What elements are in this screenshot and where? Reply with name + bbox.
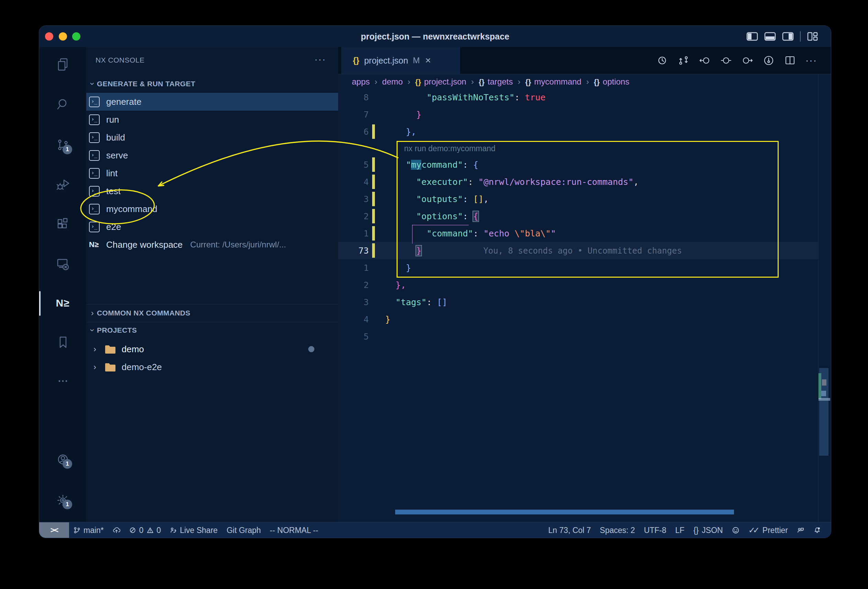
breadcrumb-item-project-json[interactable]: {}project.json xyxy=(415,77,466,87)
code-line[interactable]: 3 "tags": [] xyxy=(338,294,818,311)
code-line[interactable]: 3 "outputs": [], xyxy=(338,190,818,208)
sidebar-item-serve[interactable]: ›_serve xyxy=(86,146,338,164)
section-common-nx-commands[interactable]: › COMMON NX COMMANDS xyxy=(86,306,338,320)
remote-indicator[interactable]: >< xyxy=(39,523,69,538)
close-tab-icon[interactable]: × xyxy=(425,56,431,65)
code-line[interactable]: 5 xyxy=(338,328,818,345)
status-live-share[interactable]: Live Share xyxy=(165,523,222,538)
code-line[interactable]: 2 }, xyxy=(338,276,818,294)
status-problems[interactable]: 0 0 xyxy=(125,523,165,538)
breadcrumb-item-mycommand[interactable]: {}mycommand xyxy=(525,77,582,87)
change-icon[interactable] xyxy=(720,55,732,66)
status-branch[interactable]: main* xyxy=(69,523,108,538)
chevron-right-icon[interactable]: › xyxy=(93,362,101,372)
code-line[interactable]: nx run demo:mycommand xyxy=(338,140,818,156)
status-notifications[interactable] xyxy=(809,523,825,538)
sidebar-item-run[interactable]: ›_run xyxy=(86,111,338,128)
octoface-icon xyxy=(732,527,740,534)
section-divider xyxy=(86,304,338,304)
section-generate-run-target[interactable]: › GENERATE & RUN TARGET xyxy=(86,76,338,92)
customize-layout-icon[interactable] xyxy=(807,32,819,41)
sidebar-item-demo-e2e[interactable]: ›demo-e2e xyxy=(86,358,338,376)
code-text: "executor": "@nrwl/workspace:run-command… xyxy=(385,177,639,187)
section-projects[interactable]: › PROJECTS xyxy=(86,323,338,338)
line-number: 3 xyxy=(338,194,369,204)
code-line[interactable]: 73 }You, 8 seconds ago • Uncommitted cha… xyxy=(338,242,818,259)
code-line[interactable]: 1 "command": "echo \"bla\"" xyxy=(338,225,818,242)
sidebar-item-nx-console[interactable]: N≥ xyxy=(39,293,86,313)
breadcrumb-item-demo[interactable]: demo xyxy=(382,77,403,87)
sidebar-item-source-control[interactable]: 1 xyxy=(39,135,86,156)
sidebar-item-test[interactable]: ›_test xyxy=(86,182,338,200)
status-formatter[interactable]: ✓✓ Prettier xyxy=(744,523,793,538)
toggle-sidebar-right-icon[interactable] xyxy=(782,32,794,41)
sidebar-item-generate[interactable]: ›_generate xyxy=(86,93,338,111)
code-line[interactable]: 4 "executor": "@nrwl/workspace:run-comma… xyxy=(338,173,818,190)
toggle-panel-icon[interactable] xyxy=(764,32,776,41)
code-line[interactable]: 7 } xyxy=(338,106,818,123)
previous-change-icon[interactable] xyxy=(698,55,711,66)
terminal-glyph: ›_ xyxy=(90,115,99,123)
breadcrumb-item-apps[interactable]: apps xyxy=(352,77,370,87)
compare-changes-icon[interactable] xyxy=(678,55,689,66)
status-sync[interactable] xyxy=(108,523,125,538)
sidebar-item-demo[interactable]: ›demo xyxy=(86,340,338,358)
status-language[interactable]: {} JSON xyxy=(689,523,728,538)
sidebar-item-run-debug[interactable] xyxy=(39,174,86,195)
git-commit-icon[interactable] xyxy=(763,55,775,66)
accounts-button[interactable]: 1 xyxy=(39,449,86,470)
code-line[interactable]: 8 "passWithNoTests": true xyxy=(338,89,818,106)
status-encoding[interactable]: UTF-8 xyxy=(639,523,671,538)
sidebar-item-remote-explorer[interactable] xyxy=(39,254,86,275)
code-line[interactable]: 4} xyxy=(338,311,818,328)
next-change-icon[interactable] xyxy=(741,55,754,66)
code-line[interactable]: 2 "options": { xyxy=(338,208,818,225)
sidebar-item-explorer[interactable] xyxy=(39,55,86,75)
sidebar-item-mycommand[interactable]: ›_mycommand xyxy=(86,200,338,218)
status-git-graph[interactable]: Git Graph xyxy=(222,523,265,538)
chevron-right-icon[interactable]: › xyxy=(93,344,101,354)
feedback-icon xyxy=(797,527,805,534)
nx-console-icon: N≥ xyxy=(56,297,69,309)
terminal-glyph: ›_ xyxy=(90,169,99,177)
code-line[interactable]: 6 }, xyxy=(338,123,818,140)
status-vim-mode[interactable]: -- NORMAL -- xyxy=(265,523,323,538)
status-copilot[interactable] xyxy=(728,523,744,538)
status-cursor-position[interactable]: Ln 73, Col 7 xyxy=(544,523,595,538)
settings-button[interactable]: 1 xyxy=(39,490,86,511)
sidebar-item-lint[interactable]: ›_lint xyxy=(86,164,338,182)
breadcrumb-separator: › xyxy=(375,77,377,87)
breadcrumb-label: demo xyxy=(382,77,403,86)
code-line[interactable]: 5 "mycommand": { xyxy=(338,156,818,173)
search-icon xyxy=(55,97,71,112)
terminal-icon: ›_ xyxy=(89,221,100,232)
sidebar-item-build[interactable]: ›_build xyxy=(86,128,338,146)
target-label: build xyxy=(106,132,125,143)
sidebar-item-change-workspace[interactable]: N≥ Change workspace Current: /Users/juri… xyxy=(86,236,338,254)
code-area[interactable]: 8 "passWithNoTests": true7 }6 },nx run d… xyxy=(338,89,818,345)
sidebar-more-actions-icon[interactable]: ··· xyxy=(314,52,326,68)
sidebar-item-more[interactable] xyxy=(39,371,86,391)
warnings-icon xyxy=(147,527,154,534)
sidebar-item-e2e[interactable]: ›_e2e xyxy=(86,218,338,236)
desktop: project.json — newnxreactwrkspace 1 xyxy=(0,0,868,589)
split-editor-icon[interactable] xyxy=(784,55,796,66)
breadcrumb-item-targets[interactable]: {}targets xyxy=(479,77,513,87)
status-eol[interactable]: LF xyxy=(671,523,689,538)
line-number: 6 xyxy=(338,127,369,137)
sidebar-item-bookmarks[interactable] xyxy=(39,332,86,353)
status-indentation[interactable]: Spaces: 2 xyxy=(595,523,639,538)
code-text: }, xyxy=(385,280,406,290)
code-line[interactable]: 1 } xyxy=(338,259,818,276)
sidebar-item-extensions[interactable] xyxy=(39,214,86,235)
terminal-icon: ›_ xyxy=(89,186,100,196)
tab-project-json[interactable]: {} project.json M × xyxy=(341,47,461,74)
timeline-history-icon[interactable] xyxy=(657,55,668,66)
breadcrumb-item-options[interactable]: {}options xyxy=(594,77,629,87)
toggle-sidebar-left-icon[interactable] xyxy=(746,32,758,41)
editor-more-actions-icon[interactable]: ··· xyxy=(806,55,817,66)
sidebar-item-search[interactable] xyxy=(39,94,86,115)
horizontal-scrollbar[interactable] xyxy=(395,509,734,514)
editor-group: {} project.json M × ··· apps›demo›{}proj… xyxy=(338,47,831,522)
status-feedback[interactable] xyxy=(793,523,809,538)
